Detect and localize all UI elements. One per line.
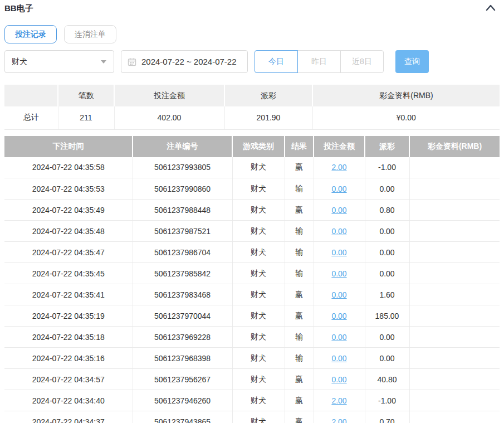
order-number: 5061237969228 [133,327,232,348]
order-number: 5061237946260 [133,390,232,411]
bonus-value [409,221,500,242]
summary-header-row: 笔数投注金额派彩彩金资料(RMB) [4,85,500,106]
table-row: 2024-07-22 04:35:58 5061237993805 财犬 赢 2… [4,157,500,178]
order-number: 5061237988448 [133,200,232,221]
bet-time: 2024-07-22 04:34:37 [4,411,133,423]
collapse-button[interactable] [484,2,497,15]
payout-value: 0.00 [365,178,409,200]
order-number: 5061237970044 [133,305,232,327]
bonus-value [409,157,500,178]
page-title: BB电子 [4,3,33,14]
bet-amount-link[interactable]: 2.00 [331,396,346,405]
bonus-value [409,390,500,411]
bet-time: 2024-07-22 04:35:49 [4,200,133,221]
bet-amount-link[interactable]: 0.00 [331,312,346,320]
bet-time: 2024-07-22 04:35:47 [4,242,133,263]
table-row: 2024-07-22 04:35:48 5061237987521 财犬 输 0… [4,221,500,242]
bet-time: 2024-07-22 04:35:45 [4,263,133,284]
game-select[interactable]: 财犬 [4,50,114,73]
summary-column-header: 彩金资料(RMB) [312,85,500,106]
table-row: 2024-07-22 04:35:53 5061237990860 财犬 输 0… [4,178,500,200]
table-row: 2024-07-22 04:34:40 5061237946260 财犬 赢 2… [4,390,500,411]
yesterday-button[interactable]: 昨日 [297,50,341,73]
search-button[interactable]: 查询 [395,50,429,73]
bet-result: 赢 [285,284,314,305]
game-category: 财犬 [232,157,285,178]
date-range-input[interactable]: 2024-07-22 ~ 2024-07-22 [121,50,248,73]
bet-amount-link[interactable]: 0.00 [331,290,346,299]
today-button[interactable]: 今日 [255,50,298,73]
bet-time: 2024-07-22 04:35:41 [4,284,133,305]
summary-total-count: 211 [58,106,114,129]
game-category: 财犬 [232,178,285,200]
tab-bar: 投注记录 连消注单 [4,25,500,43]
payout-value: 185.00 [365,305,409,327]
bet-amount-link[interactable]: 0.00 [331,184,346,193]
bet-time: 2024-07-22 04:35:58 [4,157,133,178]
bet-time: 2024-07-22 04:35:16 [4,348,133,369]
bet-amount-link[interactable]: 0.00 [331,333,346,342]
bet-result: 赢 [285,390,314,411]
tab-cancelled-orders[interactable]: 连消注单 [64,25,116,43]
game-category: 财犬 [232,242,285,263]
table-row: 2024-07-22 04:35:45 5061237985842 财犬 输 0… [4,263,500,284]
bet-table-header-row: 下注时间注单编号游戏类别结果投注金额派彩彩金资料(RMB) [4,136,500,157]
quick-date-group: 今日 昨日 近8日 [255,50,384,73]
last-8-days-button[interactable]: 近8日 [340,50,384,73]
summary-column-header [4,85,58,106]
bet-table-body: 2024-07-22 04:35:58 5061237993805 财犬 赢 2… [4,157,500,423]
payout-value: 0.70 [365,411,409,423]
game-category: 财犬 [232,390,285,411]
bonus-value [409,284,500,305]
bet-time: 2024-07-22 04:34:57 [4,369,133,390]
bet-amount-cell: 0.00 [314,178,365,200]
bet-amount-cell: 0.00 [314,242,365,263]
bet-amount-link[interactable]: 0.00 [331,354,346,363]
game-select-value: 财犬 [12,57,27,67]
bet-amount-link[interactable]: 0.00 [331,375,346,384]
bet-amount-link[interactable]: 0.00 [331,227,346,236]
payout-value: 0.00 [365,221,409,242]
bonus-value [409,369,500,390]
bet-time: 2024-07-22 04:34:40 [4,390,133,411]
bet-amount-cell: 2.00 [314,411,365,423]
bet-amount-link[interactable]: 0.00 [331,269,346,278]
bet-time: 2024-07-22 04:35:53 [4,178,133,200]
game-category: 财犬 [232,411,285,423]
bet-amount-cell: 0.00 [314,263,365,284]
bet-result: 输 [285,327,314,348]
game-category: 财犬 [232,200,285,221]
summary-column-header: 笔数 [58,85,114,106]
payout-value: 0.00 [365,263,409,284]
bet-amount-cell: 0.00 [314,200,365,221]
payout-value: 0.80 [365,200,409,221]
summary-total-bet-amount: 402.00 [114,106,224,129]
bet-amount-link[interactable]: 0.00 [331,206,346,215]
calendar-icon [128,57,136,66]
order-number: 5061237987521 [133,221,232,242]
order-number: 5061237956267 [133,369,232,390]
payout-value: 40.80 [365,369,409,390]
summary-total-label: 总计 [4,106,58,129]
bet-column-header: 投注金额 [314,136,365,157]
bet-amount-link[interactable]: 2.00 [331,417,346,423]
bet-amount-link[interactable]: 2.00 [331,163,346,172]
bet-result: 赢 [285,157,314,178]
bet-column-header: 结果 [285,136,314,157]
payout-value: 1.60 [365,284,409,305]
bet-result: 赢 [285,200,314,221]
order-number: 5061237943865 [133,411,232,423]
game-category: 财犬 [232,327,285,348]
order-number: 5061237968398 [133,348,232,369]
bet-amount-cell: 0.00 [314,369,365,390]
bet-records-table: 下注时间注单编号游戏类别结果投注金额派彩彩金资料(RMB) 2024-07-22… [4,136,500,423]
summary-table: 笔数投注金额派彩彩金资料(RMB) 总计 211 402.00 201.90 ¥… [4,85,500,130]
table-row: 2024-07-22 04:35:41 5061237983468 财犬 赢 0… [4,284,500,305]
bet-amount-link[interactable]: 0.00 [331,248,346,257]
chevron-up-icon [486,4,496,13]
bet-amount-cell: 2.00 [314,157,365,178]
bet-time: 2024-07-22 04:35:19 [4,305,133,327]
table-row: 2024-07-22 04:34:57 5061237956267 财犬 赢 0… [4,369,500,390]
table-row: 2024-07-22 04:35:47 5061237986704 财犬 输 0… [4,242,500,263]
tab-bet-records[interactable]: 投注记录 [4,25,57,43]
